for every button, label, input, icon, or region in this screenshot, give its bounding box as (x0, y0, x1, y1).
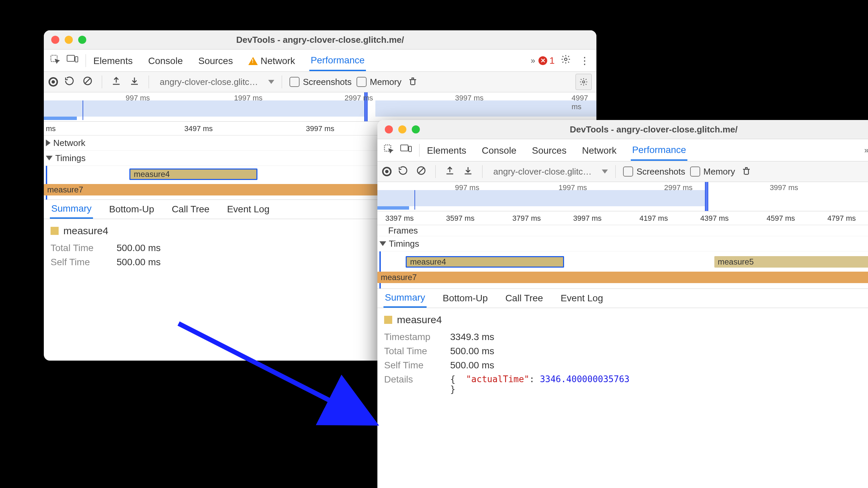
details-label: Details (384, 374, 441, 394)
detail-tabs: Summary Bottom-Up Call Tree Event Log (377, 288, 868, 308)
gc-button[interactable] (406, 76, 420, 88)
total-time-value: 500.00 ms (117, 243, 161, 253)
maximize-icon[interactable] (78, 36, 86, 44)
more-tabs-icon[interactable]: » (531, 56, 535, 65)
window-title: DevTools - angry-clover-close.glitch.me/ (44, 35, 596, 45)
ruler-unit: ms (46, 124, 56, 133)
more-tabs-icon[interactable]: » (864, 146, 868, 155)
chevron-down-icon (379, 241, 386, 246)
inspect-icon[interactable] (381, 144, 396, 157)
measure-bar-selected[interactable]: measure4 (406, 256, 564, 268)
total-time-label: Total Time (51, 243, 108, 253)
memory-checkbox[interactable]: Memory (690, 166, 735, 177)
overview-timeline[interactable]: 997 ms 1997 ms 2997 ms 3997 ms 4997 ms (44, 92, 596, 122)
summary-name: measure4 (63, 225, 108, 237)
upload-button[interactable] (443, 165, 457, 178)
tab-bottom-up[interactable]: Bottom-Up (108, 201, 156, 218)
titlebar: DevTools - angry-clover-close.glitch.me/ (377, 120, 868, 139)
tab-summary[interactable]: Summary (383, 289, 427, 308)
device-icon[interactable] (399, 144, 413, 156)
tab-call-tree[interactable]: Call Tree (170, 201, 211, 218)
overview-tick: 997 ms (126, 94, 150, 102)
svg-rect-9 (409, 146, 411, 152)
tab-event-log[interactable]: Event Log (559, 289, 604, 307)
ruler-tick: 4397 ms (700, 214, 728, 223)
tab-summary[interactable]: Summary (50, 200, 93, 219)
tab-console[interactable]: Console (480, 140, 518, 161)
maximize-icon[interactable] (412, 125, 420, 133)
upload-button[interactable] (110, 76, 123, 88)
tab-network[interactable]: Network (581, 140, 618, 161)
screenshots-checkbox[interactable]: Screenshots (623, 166, 685, 177)
tab-sources[interactable]: Sources (197, 50, 234, 71)
minimize-icon[interactable] (65, 36, 73, 44)
track-timings[interactable]: Timings (377, 236, 868, 251)
self-time-label: Self Time (384, 360, 441, 371)
traffic-lights (51, 36, 86, 44)
measure-bar[interactable]: measure7 (377, 272, 868, 283)
clear-button[interactable] (414, 165, 428, 178)
tab-console[interactable]: Console (147, 50, 184, 71)
chevron-right-icon (46, 140, 51, 146)
record-button[interactable] (382, 167, 392, 176)
ruler-tick: 4597 ms (767, 214, 795, 223)
ruler-tick: 4197 ms (640, 214, 668, 223)
self-time-label: Self Time (51, 257, 108, 268)
summary-pane: measure4 Timestamp3349.3 ms Total Time50… (377, 308, 868, 406)
screenshots-checkbox[interactable]: Screenshots (289, 77, 352, 87)
overview-tick: 3997 ms (455, 94, 484, 102)
kebab-icon[interactable]: ⋮ (577, 55, 592, 66)
tab-sources[interactable]: Sources (530, 140, 568, 161)
track-frames[interactable]: Frames (377, 225, 868, 236)
memory-checkbox[interactable]: Memory (356, 77, 402, 87)
ruler-tick: 3997 ms (573, 214, 601, 223)
devtools-tabs: Elements Console Sources Network Perform… (377, 139, 868, 161)
clear-button[interactable] (81, 76, 94, 88)
capture-settings-button[interactable] (576, 74, 592, 90)
tab-network[interactable]: Network (247, 50, 297, 71)
recording-select[interactable]: angry-clover-close.glitc… (490, 165, 608, 178)
download-button[interactable] (461, 165, 475, 178)
measure-bar[interactable]: measure5 (714, 256, 868, 268)
traffic-lights (385, 125, 420, 133)
reload-button[interactable] (63, 76, 76, 88)
error-icon: ✕ (538, 56, 547, 65)
tab-event-log[interactable]: Event Log (226, 201, 271, 218)
ruler-tick: 4797 ms (827, 214, 856, 223)
chevron-down-icon (268, 80, 274, 84)
minimize-icon[interactable] (398, 125, 406, 133)
overview-tick: 997 ms (455, 183, 479, 192)
settings-icon[interactable] (558, 54, 574, 67)
tab-elements[interactable]: Elements (92, 50, 134, 71)
recording-select[interactable]: angry-clover-close.glitc… (156, 75, 274, 89)
close-icon[interactable] (51, 36, 59, 44)
ruler-tick: 3497 ms (184, 124, 213, 133)
timestamp-label: Timestamp (384, 332, 441, 342)
total-time-value: 500.00 ms (450, 346, 494, 357)
close-icon[interactable] (385, 125, 393, 133)
measure-bar-selected[interactable]: measure4 (129, 169, 257, 180)
range-handle-left[interactable] (705, 182, 708, 211)
gc-button[interactable] (740, 165, 753, 178)
tab-call-tree[interactable]: Call Tree (504, 289, 545, 307)
perf-toolbar: angry-clover-close.glitc… Screenshots Me… (44, 72, 596, 92)
svg-point-3 (564, 58, 567, 61)
error-badge[interactable]: ✕ 1 (538, 55, 555, 66)
tab-bottom-up[interactable]: Bottom-Up (441, 289, 489, 307)
color-chip (384, 316, 392, 324)
reload-button[interactable] (396, 165, 410, 178)
svg-line-5 (85, 78, 90, 83)
download-button[interactable] (128, 76, 141, 88)
warning-icon (248, 57, 258, 65)
tab-elements[interactable]: Elements (426, 140, 468, 161)
svg-point-6 (583, 81, 585, 83)
inspect-icon[interactable] (48, 54, 62, 67)
device-icon[interactable] (65, 54, 80, 67)
timestamp-value: 3349.3 ms (450, 332, 494, 342)
record-button[interactable] (49, 77, 58, 87)
tab-performance[interactable]: Performance (309, 50, 366, 71)
tracklist: Frames Timings measure4 measure5 measure… (377, 225, 868, 288)
detail-ruler[interactable]: 3397 ms 3597 ms 3797 ms 3997 ms 4197 ms … (377, 211, 868, 225)
overview-timeline[interactable]: 997 ms 1997 ms 2997 ms 3997 ms 4997 ms C… (377, 182, 868, 211)
tab-performance[interactable]: Performance (631, 140, 687, 161)
